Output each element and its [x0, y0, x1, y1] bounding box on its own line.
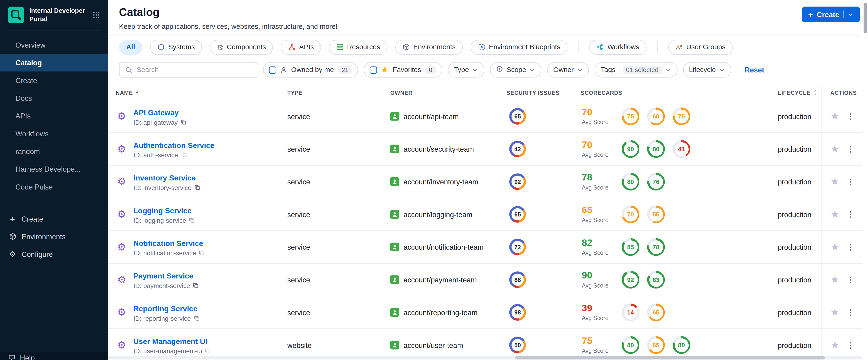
scorecard-donut[interactable]: 83 — [647, 271, 665, 289]
favorite-star-icon[interactable] — [830, 242, 839, 251]
tab-apis[interactable]: APIs — [281, 39, 321, 54]
tab-systems[interactable]: Systems — [150, 39, 202, 54]
table-row[interactable]: ⚙User Management UIID: user-management-u… — [108, 329, 868, 360]
copy-id-icon[interactable] — [189, 217, 195, 223]
scorecard-donut[interactable]: 80 — [673, 336, 690, 354]
entity-name-link[interactable]: Payment Service — [133, 272, 193, 280]
favorite-star-icon[interactable] — [830, 177, 839, 186]
module-grid-icon[interactable] — [92, 11, 100, 19]
row-menu-kebab-icon[interactable] — [846, 243, 855, 251]
sidebar-item-configure[interactable]: ⚙Configure — [0, 245, 108, 263]
table-row[interactable]: ⚙Reporting ServiceID: reporting-services… — [108, 296, 868, 329]
scorecard-donut[interactable]: 70 — [622, 206, 640, 223]
scorecard-donut[interactable]: 76 — [647, 173, 665, 190]
search-input[interactable] — [137, 66, 251, 73]
row-menu-kebab-icon[interactable] — [846, 145, 855, 153]
favorite-star-icon[interactable] — [830, 210, 839, 219]
row-menu-kebab-icon[interactable] — [846, 275, 855, 284]
sidebar-item-environments[interactable]: Environments — [0, 228, 108, 245]
sidebar-item-create[interactable]: +Create — [0, 210, 108, 228]
chevron-down-icon[interactable] — [847, 11, 854, 18]
copy-id-icon[interactable] — [205, 348, 211, 354]
favorite-star-icon[interactable] — [830, 145, 839, 153]
sidebar-item-code-pulse[interactable]: Code Pulse — [0, 178, 108, 195]
sidebar-item-random[interactable]: random — [0, 142, 108, 160]
tab-workflows[interactable]: Workflows — [589, 39, 647, 54]
security-issues-donut[interactable]: 42 — [509, 141, 526, 157]
scorecard-donut[interactable]: 80 — [622, 336, 640, 354]
scorecard-donut[interactable]: 78 — [647, 238, 665, 256]
sidebar-item-docs[interactable]: Docs — [0, 89, 108, 107]
entity-name-link[interactable]: User Management UI — [133, 337, 208, 346]
scorecard-donut[interactable]: 14 — [622, 304, 640, 321]
scorecard-donut[interactable]: 85 — [622, 238, 640, 256]
horizontal-scrollbar-thumb[interactable] — [516, 356, 825, 359]
favorite-star-icon[interactable] — [830, 341, 839, 350]
reset-filters-link[interactable]: Reset — [745, 66, 764, 74]
scorecard-donut[interactable]: 92 — [622, 271, 640, 289]
security-issues-donut[interactable]: 50 — [509, 337, 526, 354]
entity-name-link[interactable]: API Gateway — [133, 108, 179, 117]
entity-name-link[interactable]: Notification Service — [133, 239, 203, 247]
sidebar-item-overview[interactable]: Overview — [0, 36, 108, 54]
favorites-filter[interactable]: Favorites 0 — [364, 62, 442, 78]
column-header-lifecycle[interactable]: LIFECYCLE — [778, 89, 821, 97]
scorecard-donut[interactable]: 65 — [647, 304, 665, 321]
copy-id-icon[interactable] — [181, 152, 187, 158]
tab-user-groups[interactable]: User Groups — [668, 39, 733, 54]
tab-all[interactable]: All — [119, 39, 142, 54]
scorecard-donut[interactable]: 41 — [673, 140, 690, 158]
table-row[interactable]: ⚙Payment ServiceID: payment-serviceservi… — [108, 264, 868, 296]
favorites-checkbox[interactable] — [370, 66, 377, 73]
scorecard-donut[interactable]: 55 — [647, 206, 665, 223]
vertical-scrollbar-thumb[interactable] — [864, 3, 867, 33]
vertical-scrollbar[interactable] — [862, 0, 868, 360]
security-issues-donut[interactable]: 65 — [509, 206, 526, 223]
type-filter[interactable]: Type — [448, 62, 484, 78]
copy-id-icon[interactable] — [194, 184, 200, 190]
lifecycle-filter[interactable]: Lifecycle — [683, 62, 731, 78]
scorecard-donut[interactable]: 65 — [647, 336, 665, 354]
scorecard-donut[interactable]: 90 — [622, 140, 640, 158]
table-row[interactable]: ⚙Notification ServiceID: notification-se… — [108, 231, 868, 264]
tab-environments[interactable]: Environments — [395, 39, 463, 54]
favorite-star-icon[interactable] — [830, 275, 839, 284]
entity-name-link[interactable]: Inventory Service — [133, 174, 196, 182]
horizontal-scrollbar[interactable] — [108, 356, 862, 359]
scorecard-donut[interactable]: 75 — [673, 108, 690, 125]
sidebar-item-create[interactable]: Create — [0, 71, 108, 89]
tab-resources[interactable]: Resources — [329, 39, 387, 54]
row-menu-kebab-icon[interactable] — [846, 177, 855, 186]
table-row[interactable]: ⚙API GatewayID: api-gatewayserviceaccoun… — [108, 100, 868, 133]
search-box[interactable] — [119, 62, 257, 78]
column-header-name[interactable]: NAME — [108, 90, 287, 96]
sidebar-item-harness-develope[interactable]: Harness Develope... — [0, 160, 108, 178]
owner-filter[interactable]: Owner — [547, 62, 589, 78]
owned-by-me-checkbox[interactable] — [269, 66, 276, 73]
sidebar-item-help[interactable]: Help — [0, 352, 108, 360]
scope-filter[interactable]: Scope — [490, 62, 542, 78]
entity-name-link[interactable]: Reporting Service — [133, 304, 197, 312]
copy-id-icon[interactable] — [199, 250, 205, 256]
row-menu-kebab-icon[interactable] — [846, 341, 855, 349]
tab-components[interactable]: ⚙Components — [210, 39, 273, 54]
security-issues-donut[interactable]: 65 — [509, 108, 526, 125]
scorecard-donut[interactable]: 60 — [647, 108, 665, 125]
favorite-star-icon[interactable] — [830, 112, 839, 121]
row-menu-kebab-icon[interactable] — [846, 210, 855, 218]
scorecard-donut[interactable]: 80 — [647, 140, 665, 158]
entity-name-link[interactable]: Logging Service — [133, 206, 192, 215]
favorite-star-icon[interactable] — [830, 308, 839, 317]
sidebar-item-apis[interactable]: APIs — [0, 107, 108, 124]
table-row[interactable]: ⚙Inventory ServiceID: inventory-services… — [108, 166, 868, 198]
table-row[interactable]: ⚙Authentication ServiceID: auth-services… — [108, 133, 868, 166]
security-issues-donut[interactable]: 92 — [509, 173, 526, 190]
security-issues-donut[interactable]: 72 — [509, 239, 526, 256]
tags-filter[interactable]: Tags01 selected — [595, 62, 677, 78]
sidebar-item-workflows[interactable]: Workflows — [0, 125, 108, 142]
scorecard-donut[interactable]: 75 — [622, 108, 640, 125]
scorecard-donut[interactable]: 80 — [622, 173, 640, 190]
table-row[interactable]: ⚙Logging ServiceID: logging-serviceservi… — [108, 198, 868, 231]
owned-by-me-filter[interactable]: Owned by me 21 — [263, 62, 358, 78]
copy-id-icon[interactable] — [193, 315, 199, 321]
